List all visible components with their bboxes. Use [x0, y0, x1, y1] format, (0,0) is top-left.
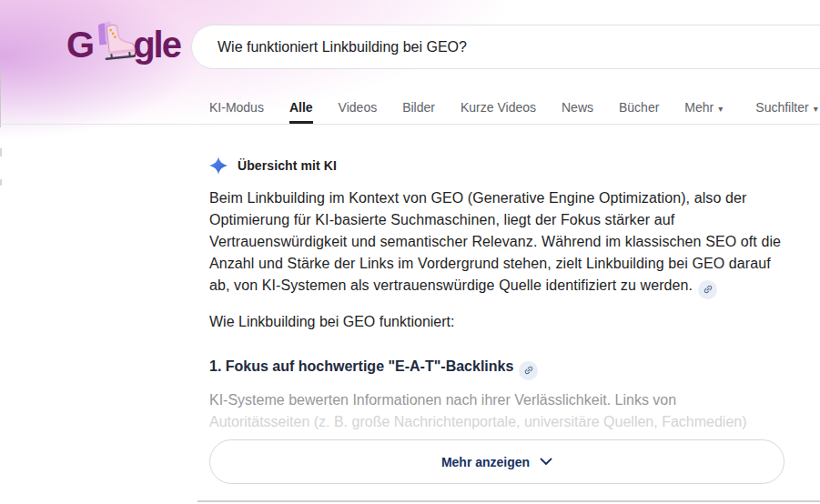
show-more-label: Mehr anzeigen	[441, 455, 530, 469]
source-link-icon[interactable]	[519, 361, 538, 380]
tab-buecher[interactable]: Bücher	[619, 91, 659, 124]
tab-videos[interactable]: Videos	[339, 91, 378, 124]
tab-ki-modus[interactable]: KI-Modus	[209, 91, 264, 124]
results-divider	[197, 500, 820, 502]
faded-text-line2: Autoritätsseiten (z. B. große Nachrichte…	[209, 411, 790, 433]
faded-text-line1: KI-Systeme bewerten Informationen nach i…	[209, 389, 790, 411]
tab-kurze-videos[interactable]: Kurze Videos	[461, 91, 536, 124]
ai-overview-intro-line: Wie Linkbuilding bei GEO funktioniert:	[209, 311, 790, 333]
search-result-tabs: KI-Modus Alle Videos Bilder Kurze Videos…	[209, 91, 818, 124]
tab-suchfilter[interactable]: Suchfilter ▾	[755, 91, 817, 124]
screen-edge-artifact	[0, 70, 1, 127]
ai-overview-label: Übersicht mit KI	[238, 158, 337, 173]
search-bar[interactable]: Wie funktioniert Linkbuilding bei GEO?	[191, 25, 820, 69]
tab-mehr[interactable]: Mehr ▾	[684, 91, 723, 124]
ai-overview-section-heading: 1. Fokus auf hochwertige "E-A-T"-Backlin…	[209, 356, 790, 380]
search-input[interactable]: Wie funktioniert Linkbuilding bei GEO?	[218, 39, 467, 55]
tab-alle[interactable]: Alle	[289, 91, 313, 124]
screen-edge-artifact	[0, 148, 2, 156]
ai-overview-faded-text: KI-Systeme bewerten Informationen nach i…	[209, 389, 790, 433]
ice-skate-doodle-icon	[90, 19, 136, 65]
caret-down-icon: ▾	[814, 104, 818, 114]
ai-overview-header: Übersicht mit KI	[209, 156, 337, 175]
logo-text-g: G	[66, 26, 93, 63]
chevron-down-icon	[540, 458, 552, 466]
caret-down-icon: ▾	[718, 104, 723, 114]
screen-edge-artifact	[0, 179, 2, 186]
tab-bilder[interactable]: Bilder	[402, 91, 435, 124]
tabs-divider	[0, 124, 820, 125]
show-more-button[interactable]: Mehr anzeigen	[209, 439, 785, 484]
source-link-icon[interactable]	[698, 280, 717, 299]
logo-text-gle: gle	[133, 26, 180, 63]
google-logo[interactable]: G gle	[66, 22, 180, 67]
ai-overview-paragraph: Beim Linkbuilding im Kontext von GEO (Ge…	[209, 187, 790, 299]
tab-news[interactable]: News	[562, 91, 593, 124]
gemini-sparkle-icon	[209, 156, 228, 175]
